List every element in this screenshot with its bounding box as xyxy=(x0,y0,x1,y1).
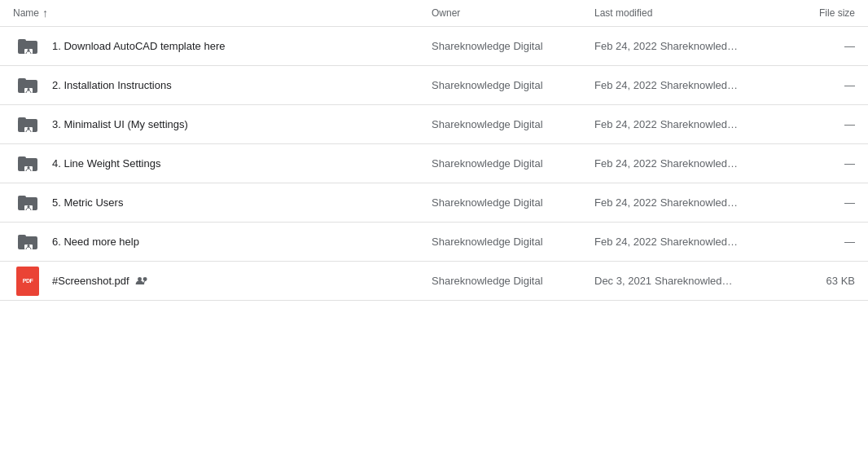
table-row[interactable]: PDF #Screenshot.pdf Shareknowledge Digit… xyxy=(0,262,868,301)
file-modified: Feb 24, 2022 Shareknowledge … xyxy=(594,40,774,52)
pdf-icon: PDF xyxy=(13,267,42,296)
file-size: — xyxy=(774,236,855,248)
shared-icon xyxy=(134,275,149,288)
file-size: — xyxy=(774,157,855,170)
file-modified: Feb 24, 2022 Shareknowledge … xyxy=(594,79,774,91)
file-size: — xyxy=(774,118,855,130)
file-modified: Feb 24, 2022 Shareknowledge … xyxy=(594,157,774,170)
table-row[interactable]: 5. Metric Users Shareknowledge Digital F… xyxy=(0,183,868,223)
file-size: 63 KB xyxy=(774,275,855,287)
folder-icon xyxy=(13,71,42,100)
file-modified: Dec 3, 2021 Shareknowledge … xyxy=(594,275,774,287)
svg-rect-1 xyxy=(18,39,26,42)
file-owner: Shareknowledge Digital xyxy=(432,196,594,209)
file-modified: Feb 24, 2022 Shareknowledge … xyxy=(594,236,774,248)
svg-rect-9 xyxy=(18,117,26,121)
file-size: — xyxy=(774,40,855,52)
file-modified: Feb 24, 2022 Shareknowledge … xyxy=(594,118,774,130)
folder-icon xyxy=(13,188,42,218)
header-size: File size xyxy=(774,7,855,19)
file-name: 1. Download AutoCAD template here xyxy=(52,40,432,52)
header-modified: Last modified xyxy=(594,7,774,19)
file-size: — xyxy=(774,79,855,91)
table-row[interactable]: 3. Minimalist UI (My settings) Shareknow… xyxy=(0,105,868,144)
file-name: 5. Metric Users xyxy=(52,196,432,209)
file-owner: Shareknowledge Digital xyxy=(432,79,594,91)
file-name: 6. Need more help xyxy=(52,236,432,248)
svg-rect-17 xyxy=(18,196,26,199)
header-owner: Owner xyxy=(432,7,594,19)
folder-icon xyxy=(13,110,42,139)
folder-icon xyxy=(13,227,42,257)
name-header-label: Name xyxy=(13,7,39,19)
file-modified: Feb 24, 2022 Shareknowledge … xyxy=(594,196,774,209)
folder-icon xyxy=(13,32,42,61)
file-list: Name ↑ Owner Last modified File size xyxy=(0,0,868,301)
file-name: 2. Installation Instructions xyxy=(52,79,432,91)
file-owner: Shareknowledge Digital xyxy=(432,157,594,170)
table-row[interactable]: 4. Line Weight Settings Shareknowledge D… xyxy=(0,144,868,183)
file-owner: Shareknowledge Digital xyxy=(432,40,594,52)
file-size: — xyxy=(774,196,855,209)
file-name: #Screenshot.pdf xyxy=(52,275,432,288)
file-owner: Shareknowledge Digital xyxy=(432,118,594,130)
table-header: Name ↑ Owner Last modified File size xyxy=(0,0,868,27)
sort-arrow-icon: ↑ xyxy=(42,7,48,20)
header-name[interactable]: Name ↑ xyxy=(13,7,432,20)
svg-rect-13 xyxy=(18,156,26,160)
file-owner: Shareknowledge Digital xyxy=(432,236,594,248)
svg-rect-5 xyxy=(18,78,26,82)
table-row[interactable]: 1. Download AutoCAD template here Sharek… xyxy=(0,27,868,66)
table-row[interactable]: 2. Installation Instructions Shareknowle… xyxy=(0,66,868,105)
file-name: 4. Line Weight Settings xyxy=(52,157,432,170)
rows-container: 1. Download AutoCAD template here Sharek… xyxy=(0,27,868,301)
file-owner: Shareknowledge Digital xyxy=(432,275,594,287)
file-name: 3. Minimalist UI (My settings) xyxy=(52,118,432,130)
table-row[interactable]: 6. Need more help Shareknowledge Digital… xyxy=(0,223,868,262)
folder-icon xyxy=(13,149,42,179)
svg-rect-21 xyxy=(18,235,26,238)
